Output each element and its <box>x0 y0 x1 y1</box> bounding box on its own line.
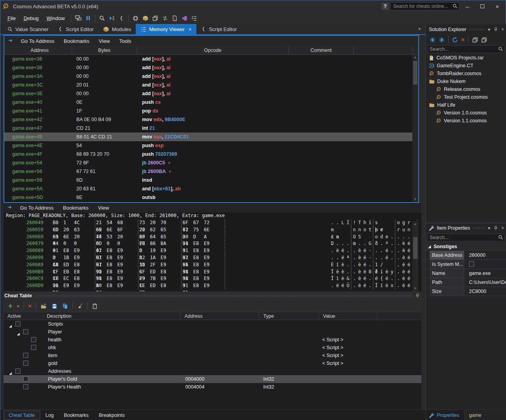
property-row[interactable]: Size2C8000 <box>426 287 506 296</box>
hex-row[interactable]: 2600596D2063616E6E6F742062652072756E20m … <box>4 227 421 234</box>
tab-properties[interactable]: Properties <box>426 410 464 420</box>
maximize-button[interactable] <box>476 1 489 11</box>
disasm-row[interactable]: game.exe+3600 00add [eax], al <box>4 55 418 63</box>
help-icon[interactable]: ? <box>382 3 389 10</box>
panel-grip[interactable] <box>35 295 412 297</box>
hex-row[interactable]: 26008991E8E9391E8E9B7D19E91291E8E9B7.èé.… <box>4 247 421 254</box>
column-header-description[interactable]: Description <box>43 312 181 321</box>
hex-row[interactable]: 2600A9C8EDE8191E8E99D312FE9691E8E938Èíè.… <box>4 262 421 269</box>
active-checkbox[interactable] <box>31 337 36 342</box>
hex-row[interactable]: 260049B814CCD21546869732070726F677261..L… <box>4 219 421 227</box>
search-memory-icon[interactable] <box>99 15 105 21</box>
pause-icon[interactable] <box>85 15 91 21</box>
tree-item[interactable]: Version 1.1.cosmos <box>426 117 506 125</box>
copy-window-icon[interactable] <box>472 37 478 43</box>
property-name[interactable]: Path <box>430 278 464 287</box>
menu-view[interactable]: View <box>93 203 114 212</box>
tree-item[interactable]: Duke Nukem <box>426 77 506 85</box>
menu-go-to-address[interactable]: Go To Address <box>16 37 59 46</box>
minimize-button[interactable]: – <box>461 1 474 11</box>
pin-icon[interactable] <box>415 293 420 298</box>
pin-icon[interactable] <box>493 226 498 230</box>
disasm-row[interactable]: game.exe+3E00 00add [eax], al <box>4 89 418 98</box>
disasm-row[interactable]: game.exe+5D6Eoutsb <box>4 193 418 202</box>
hex-row[interactable]: 2600C9CFECE82691E8E9AE97BE91E91E8E93Ïìè&… <box>4 275 421 282</box>
pin-icon[interactable] <box>493 27 498 32</box>
tab-value-scanner[interactable]: Value Scanner <box>3 24 53 34</box>
tree-item[interactable]: TombRaider.cosmos <box>426 70 506 77</box>
scroll-up-icon[interactable]: ▲ <box>412 221 418 227</box>
hex-row[interactable]: 260099D1BE9AA91E8E9B7D1AE91D91E8E9E6..éª… <box>4 254 421 262</box>
disasm-row[interactable]: game.exe+3C20 01and [ecx], al <box>4 81 418 89</box>
disasm-row[interactable]: game.exe+3800 00add [eax], al <box>4 63 418 72</box>
visual-studio-icon[interactable] <box>181 15 187 21</box>
hex-row[interactable]: 2600D991E9E9DC90E8E994CFEDE87891E8E991.é… <box>4 282 421 289</box>
disasm-scrollbar[interactable]: ▲ ▼ <box>412 55 418 202</box>
refresh-icon[interactable] <box>452 37 458 43</box>
cheats-online-search-input[interactable] <box>390 2 459 10</box>
open-folder-icon[interactable] <box>41 303 47 309</box>
chevron-down-icon[interactable]: ▾ <box>487 27 491 32</box>
close-icon[interactable]: × <box>500 27 505 32</box>
menu-file[interactable]: File <box>4 14 20 23</box>
disasm-row[interactable]: game.exe+49B8 01 4C CD 21mov eax, 21CD4C… <box>4 133 418 141</box>
step-into-icon[interactable] <box>109 15 115 21</box>
disasm-row[interactable]: game.exe+400Epush cs <box>4 98 418 107</box>
property-name[interactable]: Size <box>430 287 464 296</box>
property-value[interactable]: 260000 <box>467 251 506 260</box>
property-checkbox[interactable] <box>469 262 474 267</box>
hex-row[interactable]: 260069696E20444F53206D6F64652EDDA24in DO… <box>4 234 421 241</box>
property-row[interactable]: PathC:\Users\User\Des <box>426 278 506 287</box>
cheat-row[interactable]: ◢Addresses <box>4 367 421 375</box>
scroll-up-icon[interactable]: ▲ <box>412 55 418 60</box>
cheat-row[interactable]: Player's Gold0004000Int32 <box>4 375 421 383</box>
tree-item[interactable]: GameEngine.CT <box>426 62 506 70</box>
search-icon[interactable] <box>498 46 503 52</box>
menu-tools[interactable]: Tools <box>114 37 136 46</box>
close-tab-icon[interactable]: × <box>188 26 192 32</box>
active-checkbox[interactable] <box>15 368 20 374</box>
column-header-type[interactable]: Type <box>259 312 319 321</box>
cheat-row[interactable]: Player's Health0004004Int32 <box>4 383 421 391</box>
save-icon[interactable] <box>52 303 57 309</box>
delete-icon[interactable]: × <box>28 303 32 309</box>
cheat-row[interactable]: ◢Scripts <box>4 320 421 328</box>
scrollbar-thumb[interactable] <box>413 237 417 259</box>
property-name[interactable]: Name <box>430 269 464 278</box>
goto-arrow-icon[interactable] <box>7 204 13 210</box>
clean-icon[interactable] <box>77 303 83 309</box>
column-header-active[interactable]: Active <box>4 312 43 321</box>
caret-down-icon[interactable]: ▾ <box>17 304 19 308</box>
property-row[interactable]: Namegame.exe <box>426 269 506 278</box>
tab-modules[interactable]: Modules <box>98 24 136 34</box>
tree-item[interactable]: Test Project.cosmos <box>426 93 506 101</box>
bottom-tab-cheat-table[interactable]: Cheat Table <box>4 411 40 420</box>
tab-memory-viewer[interactable]: Memory Viewer× <box>136 24 196 34</box>
tree-item[interactable]: CoSMOS Projects.rar <box>426 54 506 62</box>
cheat-row[interactable]: ◢Player <box>4 328 421 336</box>
menu-bookmarks[interactable]: Bookmarks <box>59 37 94 46</box>
close-icon[interactable]: × <box>500 225 505 231</box>
hexview-scrollbar[interactable]: ▲ ▼ <box>412 221 418 291</box>
checklist-icon[interactable] <box>191 15 197 21</box>
tab-script-editor[interactable]: Script Editor <box>53 24 98 34</box>
disasm-row[interactable]: game.exe+42BA 0E 00 B4 09mov edx, 9B4000… <box>4 115 418 124</box>
column-header-value[interactable]: Value <box>319 312 377 321</box>
property-value[interactable]: game.exe <box>467 269 506 278</box>
tree-item[interactable]: Release.cosmos <box>426 85 506 93</box>
property-name[interactable]: Base Address <box>430 251 464 260</box>
tab-script-editor[interactable]: Script Editor <box>196 24 242 34</box>
cheat-row[interactable]: item< Script > <box>4 352 421 359</box>
paste-icon[interactable] <box>62 303 68 309</box>
solution-search-input[interactable] <box>427 45 505 53</box>
delete-icon[interactable]: × <box>461 37 465 42</box>
column-header-extra[interactable] <box>354 46 413 55</box>
hex-row[interactable]: 2600B9CFEBE81B91E8E938CFEDE87991E8E938Ïë… <box>4 269 421 276</box>
chip-icon[interactable] <box>133 15 139 21</box>
menu-window[interactable]: Window <box>42 14 68 23</box>
tree-item[interactable]: Half Life <box>426 101 506 109</box>
cheat-row[interactable]: health< Script > <box>4 336 421 344</box>
properties-search-input[interactable] <box>427 234 505 241</box>
bottom-tab-breakpoints[interactable]: Breakpoints <box>94 411 129 420</box>
disasm-row[interactable]: game.exe+5A20 63 61and [ebx+61], ah <box>4 184 418 193</box>
